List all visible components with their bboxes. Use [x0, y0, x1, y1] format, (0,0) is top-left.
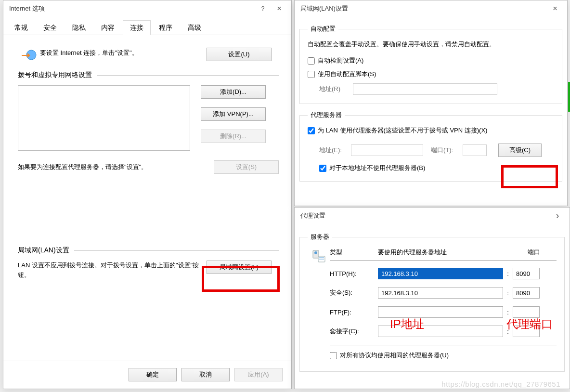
tab-bar: 常规 安全 隐私 内容 连接 程序 高级: [3, 17, 291, 35]
settings-button: 设置(S): [214, 160, 279, 174]
annotation-port: 代理端口: [506, 316, 553, 332]
proxy-port-input: [463, 144, 487, 156]
arrow-icon[interactable]: ›: [549, 209, 566, 222]
auto-detect-checkbox[interactable]: 自动检测设置(A): [308, 56, 554, 65]
proxy-row-label: 套接字(C):: [330, 327, 378, 336]
tab-security[interactable]: 安全: [36, 20, 64, 35]
proxy-legend: 代理服务器: [308, 111, 345, 119]
tab-content[interactable]: 内容: [94, 20, 122, 35]
proxy-settings-dialog: 代理设置 › 服务器 类型 要使用的代理服务器地址 端口: [294, 207, 570, 389]
bypass-local-checkbox[interactable]: 对于本地地址不使用代理服务器(B): [319, 164, 554, 172]
script-addr-input: [353, 83, 497, 95]
lan-settings-button[interactable]: 局域网设置(L): [207, 261, 272, 274]
add-vpn-button[interactable]: 添加 VPN(P)...: [201, 107, 266, 121]
addr-e-label: 地址(E):: [319, 146, 347, 155]
proxy-addr-input: [351, 144, 423, 156]
dialog-title: 代理设置: [300, 211, 325, 220]
group-lan-label: 局域网(LAN)设置: [18, 246, 69, 255]
svg-point-2: [314, 251, 317, 254]
proxy-text: 如果要为连接配置代理服务器，请选择"设置"。: [18, 163, 147, 170]
titlebar[interactable]: 局域网(LAN)设置 ×: [295, 0, 567, 17]
col-addr: 要使用的代理服务器地址: [378, 248, 528, 257]
titlebar[interactable]: Internet 选项 ? ×: [3, 0, 291, 17]
advanced-button[interactable]: 高级(C): [498, 144, 542, 157]
tab-programs[interactable]: 程序: [152, 20, 180, 35]
proxy-row-label: HTTP(H):: [330, 270, 378, 277]
server-icon: [311, 249, 326, 263]
dialog-title: Internet 选项: [9, 4, 45, 13]
apply-button: 应用(A): [234, 368, 283, 381]
proxy-row-label: FTP(F):: [330, 309, 378, 316]
proxy-port-input[interactable]: [513, 287, 540, 299]
dialog-title: 局域网(LAN)设置: [300, 4, 348, 13]
use-script-checkbox[interactable]: 使用自动配置脚本(S): [308, 70, 554, 78]
dialup-listbox[interactable]: [18, 85, 190, 151]
proxy-port-input[interactable]: [513, 268, 540, 279]
group-dialup-label: 拨号和虚拟专用网络设置: [18, 71, 92, 79]
lan-desc: LAN 设置不应用到拨号连接。对于拨号设置，单击上面的"设置"按钮。: [18, 261, 199, 278]
proxy-row-label: 安全(S):: [330, 288, 378, 297]
close-icon[interactable]: ×: [271, 2, 287, 15]
internet-options-dialog: Internet 选项 ? × 常规 安全 隐私 内容 连接 程序 高级 要设置…: [3, 0, 292, 389]
proxy-addr-input[interactable]: [378, 287, 503, 299]
proxy-addr-input[interactable]: [378, 268, 503, 279]
green-strip: [568, 82, 570, 112]
auto-note: 自动配置会覆盖手动设置。要确保使用手动设置，请禁用自动配置。: [308, 40, 495, 48]
cancel-button[interactable]: 取消: [181, 368, 230, 381]
addr-r-label: 地址(R): [319, 85, 353, 93]
proxy-row: HTTP(H)::: [330, 268, 557, 279]
close-icon[interactable]: ×: [547, 2, 563, 15]
col-port: 端口: [528, 248, 557, 257]
intro-text: 要设置 Internet 连接，单击"设置"。: [40, 49, 138, 56]
same-proxy-checkbox[interactable]: 对所有协议均使用相同的代理服务器(U): [330, 351, 557, 360]
auto-config-legend: 自动配置: [308, 25, 338, 33]
auto-config-fieldset: 自动配置 自动配置会覆盖手动设置。要确保使用手动设置，请禁用自动配置。 自动检测…: [299, 25, 562, 104]
tab-connections[interactable]: 连接: [123, 20, 151, 35]
dialog-footer: 确定 取消 应用(A): [3, 361, 291, 388]
globe-arrow-icon: [21, 48, 37, 62]
proxy-fieldset: 代理服务器 为 LAN 使用代理服务器(这些设置不用于拨号或 VPN 连接)(X…: [299, 111, 562, 182]
add-button[interactable]: 添加(D)...: [201, 85, 266, 99]
watermark: https://blog.csdn.net/qq_27879651: [441, 380, 560, 388]
remove-button: 删除(R)...: [201, 130, 266, 143]
port-t-label: 端口(T):: [431, 146, 459, 155]
col-type: 类型: [330, 248, 378, 257]
use-proxy-checkbox[interactable]: 为 LAN 使用代理服务器(这些设置不用于拨号或 VPN 连接)(X): [308, 126, 554, 135]
server-fieldset: 服务器 类型 要使用的代理服务器地址 端口 HTTP(H)::安全(S)::FT…: [299, 233, 565, 372]
help-icon[interactable]: ?: [255, 2, 271, 15]
tab-advanced[interactable]: 高级: [181, 20, 208, 35]
setup-button[interactable]: 设置(U): [207, 48, 272, 61]
titlebar[interactable]: 代理设置 ›: [295, 208, 570, 224]
server-legend: 服务器: [308, 233, 332, 241]
ok-button[interactable]: 确定: [129, 368, 177, 381]
tab-privacy[interactable]: 隐私: [65, 20, 93, 35]
annotation-ip: IP地址: [390, 316, 424, 332]
lan-settings-dialog: 局域网(LAN)设置 × 自动配置 自动配置会覆盖手动设置。要确保使用手动设置，…: [294, 0, 568, 206]
tab-general[interactable]: 常规: [7, 20, 35, 35]
proxy-row: 安全(S)::: [330, 287, 557, 299]
